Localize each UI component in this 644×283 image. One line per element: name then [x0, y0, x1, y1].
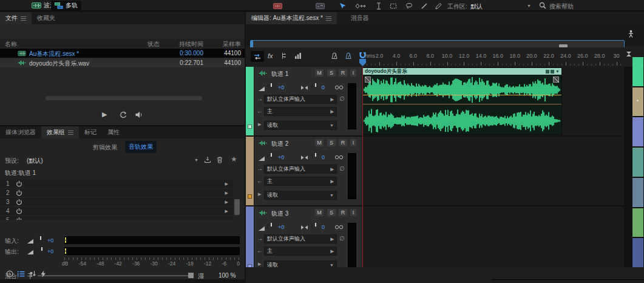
favorite-star-icon[interactable]: ★ — [231, 155, 237, 163]
files-panel-menu-icon[interactable] — [21, 16, 26, 21]
automation-mode-selector[interactable]: 读取▼ — [264, 191, 337, 200]
navigator-track-segment[interactable] — [632, 148, 643, 177]
automation-mode-selector[interactable]: 读取▼ — [264, 121, 337, 130]
metering-histogram-icon[interactable] — [294, 52, 302, 60]
monitor-input-button[interactable]: I — [350, 139, 356, 146]
clip-header-button[interactable] — [546, 70, 549, 73]
track-effects-button[interactable]: 音轨效果 — [125, 141, 157, 153]
no-input-icon[interactable]: ∅ — [339, 95, 345, 102]
track-input-selector[interactable]: 默认立体声输入▶ — [264, 234, 337, 244]
slots-scrollbar[interactable] — [234, 199, 240, 215]
razor-tool-icon[interactable] — [354, 2, 367, 10]
tab-markers[interactable]: 标记 — [79, 126, 102, 138]
clip-header[interactable]: doyoudo片头音乐 ▼ — [363, 68, 561, 75]
fade-in-handle[interactable] — [365, 77, 371, 83]
slot-power-icon[interactable] — [16, 189, 22, 196]
slot-arrow-icon[interactable]: ▶ — [225, 200, 228, 205]
fx-tool-button[interactable]: fx — [268, 52, 273, 60]
track-swatch[interactable] — [248, 124, 252, 129]
audio-clip[interactable]: doyoudo片头音乐 ▼ — [362, 67, 562, 135]
navigator-track-segment[interactable] — [632, 208, 643, 237]
track-color-strip[interactable] — [246, 137, 254, 205]
track-lane[interactable]: doyoudo片头音乐 ▼ — [362, 67, 624, 135]
metronome-icon[interactable] — [331, 52, 338, 60]
column-sample-rate[interactable]: 采样率 — [214, 40, 241, 49]
workspace-chevron-icon[interactable]: ▼ — [527, 4, 531, 8]
pan-knob[interactable] — [311, 83, 313, 90]
volume-value[interactable]: +0 — [278, 154, 284, 160]
no-input-icon[interactable]: ∅ — [339, 165, 345, 172]
volume-value[interactable]: +0 — [278, 84, 284, 90]
slip-flag-tool-icon[interactable] — [281, 52, 288, 60]
clip-effects-button[interactable]: 剪辑效果 — [90, 142, 120, 153]
tab-favorites[interactable]: 收藏夹 — [32, 12, 61, 24]
time-selection-tool-icon[interactable] — [337, 2, 347, 10]
slip-tool-icon[interactable] — [419, 2, 429, 10]
mix-slider-track[interactable] — [38, 275, 193, 276]
tab-mixer[interactable]: 混音器 — [345, 12, 375, 24]
track-color-strip[interactable] — [246, 206, 254, 267]
effect-slot[interactable]: 3 ▶ — [0, 198, 233, 206]
ibeam-tool-icon[interactable] — [374, 2, 384, 10]
effects-panel-menu-icon[interactable] — [68, 131, 73, 135]
slot-power-icon[interactable] — [16, 180, 22, 187]
column-duration[interactable]: 持续时间 — [172, 40, 203, 49]
navigator-track-segment[interactable] — [632, 87, 643, 117]
solo-button[interactable]: S — [327, 209, 336, 216]
track-name[interactable]: 轨道 3 — [271, 210, 288, 218]
save-preset-icon[interactable] — [204, 156, 211, 163]
mute-button[interactable]: M — [315, 69, 324, 77]
track-input-selector[interactable]: 默认立体声输入▶ — [264, 95, 337, 104]
pencil-tool-icon[interactable] — [433, 2, 443, 10]
workspace-value[interactable]: 默认 — [470, 2, 483, 11]
track-input-selector[interactable]: 默认立体声输入▶ — [264, 165, 337, 174]
monitor-input-button[interactable]: I — [350, 69, 356, 77]
column-status[interactable]: 状态 — [147, 40, 160, 49]
arm-record-button[interactable]: R — [339, 69, 347, 77]
track-output-selector[interactable]: 主▶ — [264, 177, 337, 186]
pitch-display-icon[interactable] — [315, 2, 325, 10]
slot-power-icon[interactable] — [16, 217, 22, 220]
mix-slider-handle[interactable] — [188, 273, 194, 278]
editor-panel-menu-icon[interactable] — [326, 16, 331, 21]
track-output-selector[interactable]: 主▶ — [264, 247, 337, 256]
stereo-link-icon[interactable] — [334, 225, 344, 230]
input-gain-knob[interactable] — [36, 236, 38, 244]
multitrack-view-button[interactable]: 多轨 — [51, 1, 81, 10]
effect-slot[interactable]: 5 — [0, 216, 233, 220]
pan-value[interactable]: 0 — [322, 224, 325, 230]
pan-knob[interactable] — [311, 222, 313, 230]
vertical-scroll-corner-icon[interactable] — [626, 51, 632, 57]
preset-chevron-icon[interactable]: ▼ — [194, 158, 198, 162]
stereo-link-icon[interactable] — [334, 155, 344, 160]
no-input-icon[interactable]: ∅ — [339, 235, 345, 242]
tab-media-browser[interactable]: 媒体浏览器 — [0, 126, 41, 138]
pan-envelope-line[interactable] — [363, 104, 561, 104]
effect-slot[interactable]: 4 ▶ — [0, 207, 233, 215]
arm-record-button[interactable]: R — [339, 139, 347, 146]
track-name[interactable]: 轨道 1 — [271, 70, 288, 78]
volume-envelope-line[interactable] — [363, 95, 561, 95]
preview-autoplay-speaker-icon[interactable] — [135, 111, 143, 118]
snap-marker-icon[interactable] — [345, 52, 352, 60]
input-gain-value[interactable]: +0 — [47, 237, 53, 244]
track-swatch[interactable] — [248, 194, 252, 199]
effect-slot[interactable]: 1 ▶ — [0, 180, 233, 188]
pan-value[interactable]: 0 — [322, 154, 325, 160]
timeline-ruler[interactable]: hms 2.04.06.08.010.012.014.016.018.020.0… — [361, 47, 628, 67]
preview-play-button[interactable]: ▶ — [102, 111, 107, 118]
lasso-tool-icon[interactable] — [404, 2, 414, 10]
volume-knob[interactable] — [267, 152, 268, 160]
pan-knob[interactable] — [311, 152, 313, 160]
marquee-tool-icon[interactable] — [388, 2, 398, 10]
fade-out-handle[interactable] — [553, 77, 559, 83]
tab-files[interactable]: 文件 — [0, 12, 32, 24]
volume-knob[interactable] — [267, 83, 268, 90]
move-tool-button[interactable] — [251, 51, 264, 62]
pan-value[interactable]: 0 — [322, 84, 325, 90]
mute-button[interactable]: M — [315, 139, 324, 146]
files-horizontal-scrollbar[interactable] — [46, 96, 202, 100]
automation-expand-icon[interactable]: ▶ — [258, 192, 261, 197]
automation-expand-icon[interactable]: ▶ — [258, 262, 261, 267]
track-color-strip[interactable] — [246, 67, 254, 135]
